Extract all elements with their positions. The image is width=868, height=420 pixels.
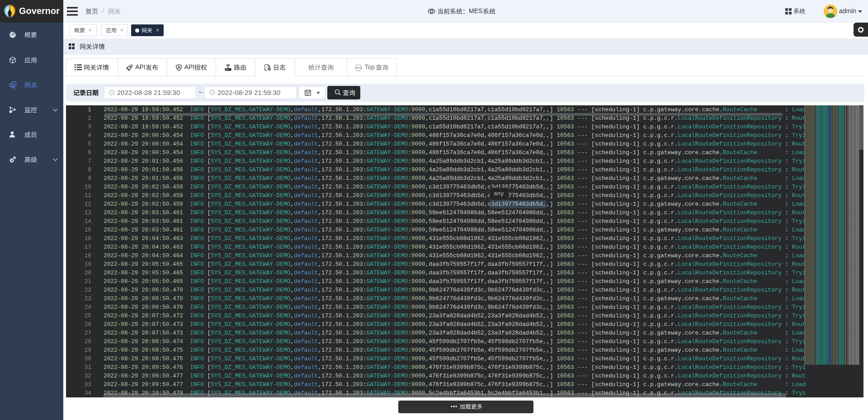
svg-text:TOP10: TOP10 <box>356 67 362 69</box>
